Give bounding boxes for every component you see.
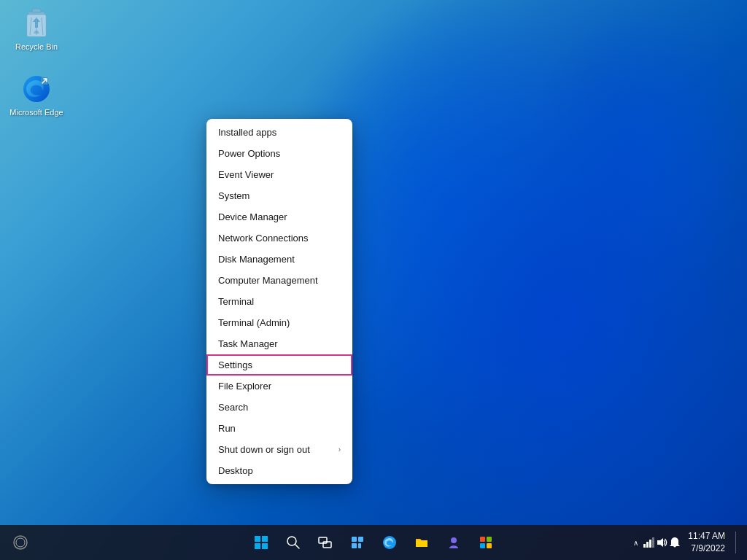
svg-rect-21 bbox=[358, 543, 361, 548]
ms-edge-icon[interactable]: Microsoft Edge bbox=[7, 73, 66, 117]
svg-rect-24 bbox=[480, 537, 485, 542]
svg-rect-19 bbox=[358, 537, 363, 542]
cortana-button[interactable] bbox=[6, 528, 35, 557]
svg-rect-11 bbox=[262, 536, 268, 542]
menu-item-terminal-admin[interactable]: Terminal (Admin) bbox=[206, 312, 352, 333]
widgets-button[interactable] bbox=[343, 528, 372, 557]
network-tray-icon[interactable] bbox=[643, 537, 654, 548]
notification-area: ∧ bbox=[630, 537, 681, 548]
menu-item-terminal[interactable]: Terminal bbox=[206, 291, 352, 312]
ms-edge-image bbox=[20, 73, 53, 105]
svg-rect-20 bbox=[352, 543, 357, 548]
taskbar: ∧ bbox=[0, 525, 747, 560]
notification-tray-icon[interactable] bbox=[669, 537, 681, 548]
svg-rect-1 bbox=[32, 9, 41, 12]
recycle-bin-icon[interactable]: Recycle Bin bbox=[7, 7, 66, 52]
recycle-bin-label: Recycle Bin bbox=[15, 42, 58, 52]
menu-item-device-manager[interactable]: Device Manager bbox=[206, 206, 352, 228]
submenu-arrow: › bbox=[338, 446, 341, 454]
svg-rect-31 bbox=[652, 537, 654, 548]
start-button[interactable] bbox=[247, 528, 276, 557]
taskbar-store-button[interactable] bbox=[471, 528, 500, 557]
ms-edge-label: Microsoft Edge bbox=[9, 108, 63, 117]
menu-item-file-explorer[interactable]: File Explorer bbox=[206, 376, 352, 397]
taskbar-search-button[interactable] bbox=[279, 528, 308, 557]
context-menu: Installed apps Power Options Event Viewe… bbox=[206, 119, 352, 484]
menu-item-power-options[interactable]: Power Options bbox=[206, 143, 352, 164]
svg-point-23 bbox=[451, 537, 457, 543]
svg-rect-10 bbox=[255, 536, 260, 542]
menu-item-shutdown[interactable]: Shut down or sign out › bbox=[206, 439, 352, 460]
taskbar-center bbox=[247, 528, 500, 557]
clock-time: 11:47 AM bbox=[688, 530, 725, 542]
menu-item-task-manager[interactable]: Task Manager bbox=[206, 333, 352, 354]
tray-chevron[interactable]: ∧ bbox=[630, 537, 641, 548]
svg-rect-29 bbox=[646, 542, 649, 548]
svg-line-15 bbox=[295, 545, 299, 548]
menu-item-settings[interactable]: Settings bbox=[206, 354, 352, 376]
svg-rect-30 bbox=[649, 540, 651, 548]
volume-tray-icon[interactable] bbox=[656, 537, 667, 548]
menu-item-event-viewer[interactable]: Event Viewer bbox=[206, 164, 352, 185]
recycle-bin-image bbox=[20, 7, 53, 39]
menu-item-installed-apps[interactable]: Installed apps bbox=[206, 122, 352, 143]
desktop: Recycle Bin bbox=[0, 0, 747, 560]
menu-item-desktop[interactable]: Desktop bbox=[206, 460, 352, 481]
svg-rect-28 bbox=[643, 544, 646, 548]
menu-item-run[interactable]: Run bbox=[206, 418, 352, 439]
svg-point-9 bbox=[16, 538, 25, 547]
system-clock[interactable]: 11:47 AM 7/9/2022 bbox=[685, 530, 728, 555]
menu-item-disk-management[interactable]: Disk Management bbox=[206, 249, 352, 270]
taskbar-right: ∧ bbox=[630, 530, 741, 555]
svg-rect-18 bbox=[352, 537, 357, 542]
taskbar-file-explorer-button[interactable] bbox=[407, 528, 436, 557]
svg-rect-27 bbox=[487, 543, 492, 548]
menu-item-computer-management[interactable]: Computer Management bbox=[206, 270, 352, 291]
menu-item-network-connections[interactable]: Network Connections bbox=[206, 228, 352, 249]
taskbar-teams-button[interactable] bbox=[439, 528, 468, 557]
svg-rect-13 bbox=[262, 543, 268, 549]
menu-item-search[interactable]: Search bbox=[206, 397, 352, 418]
taskbar-edge-button[interactable] bbox=[375, 528, 404, 557]
svg-rect-25 bbox=[487, 537, 492, 542]
menu-item-system[interactable]: System bbox=[206, 185, 352, 206]
svg-point-14 bbox=[287, 537, 296, 545]
taskbar-left bbox=[6, 528, 35, 557]
clock-date: 7/9/2022 bbox=[688, 542, 725, 555]
show-desktop-button[interactable] bbox=[735, 532, 741, 553]
task-view-button[interactable] bbox=[311, 528, 340, 557]
svg-rect-26 bbox=[480, 543, 485, 548]
svg-rect-12 bbox=[255, 543, 260, 549]
